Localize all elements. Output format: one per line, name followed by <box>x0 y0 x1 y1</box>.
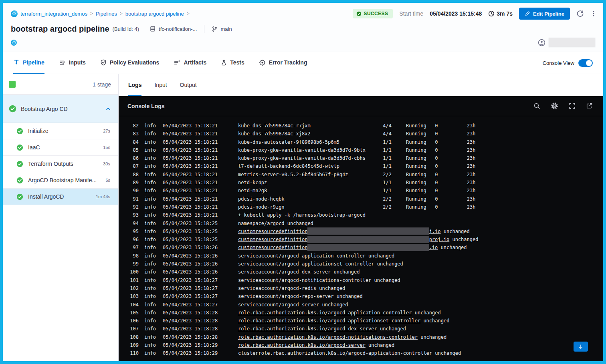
check-circle-icon <box>9 105 16 113</box>
log-fullscreen-button[interactable] <box>569 103 576 109</box>
log-timestamp: 05/04/2023 15:18:25 <box>163 227 238 235</box>
breadcrumb-link[interactable]: terraform_integration_demos <box>20 11 87 17</box>
tab-tests[interactable]: Tests <box>221 52 244 74</box>
log-resource-link[interactable]: role.rbac.authorization.k8s.io/argocd-de… <box>238 326 377 332</box>
log-line-number: 82 <box>128 122 139 130</box>
log-text: serviceaccount/argocd-repo-server unchan… <box>238 294 363 299</box>
log-line-number: 100 <box>128 268 139 276</box>
log-resource-link[interactable]: role.rbac.authorization.k8s.io/argocd-se… <box>238 342 366 348</box>
tab-error-tracking[interactable]: Error Tracking <box>259 52 307 74</box>
log-line-number: 91 <box>128 195 139 203</box>
collapse-stage-control[interactable] <box>105 106 111 112</box>
user-zone <box>538 38 595 47</box>
tab-label: Artifacts <box>184 59 206 66</box>
console-log-lines: 82info05/04/2023 15:18:21kube-dns-7d5998… <box>119 116 603 356</box>
log-message: role.rbac.authorization.k8s.io/argocd-ap… <box>238 317 449 325</box>
kebab-menu-icon <box>590 10 597 17</box>
step-terraform-outputs[interactable]: Terraform Outputs30s <box>3 156 118 172</box>
log-timestamp: 05/04/2023 15:18:21 <box>163 146 238 154</box>
app-root: terraform_integration_demos>Pipelines>bo… <box>3 3 603 361</box>
step-install-argocd[interactable]: Install ArgoCD1m 44s <box>3 189 118 205</box>
step-name: Terraform Outputs <box>28 161 73 167</box>
refresh-button[interactable] <box>576 10 584 18</box>
log-message: role.rbac.authorization.k8s.io/argocd-no… <box>238 333 446 341</box>
pipeline-tabbar: PipelineInputsPolicy EvaluationsArtifact… <box>3 52 603 74</box>
branch-name: main <box>220 26 232 32</box>
log-timestamp: 05/04/2023 15:18:27 <box>163 284 238 292</box>
stage-count: 1 stage <box>93 81 111 88</box>
log-settings-button[interactable] <box>551 102 558 110</box>
inputs-icon <box>59 59 66 66</box>
log-line: 110info05/04/2023 15:18:29clusterrole.rb… <box>128 349 603 356</box>
log-level: info <box>144 227 158 235</box>
pod-status-text: metrics-server-v0.5.2-6bf845b67f-p8q4z 2… <box>238 172 475 177</box>
redacted-log-text <box>307 236 429 243</box>
log-level: info <box>144 195 158 203</box>
log-message: namespace/argocd unchanged <box>238 219 313 227</box>
log-tab-output[interactable]: Output <box>180 74 197 96</box>
log-resource-link[interactable]: role.rbac.authorization.k8s.io/argocd-no… <box>238 334 418 340</box>
log-line: 104info05/04/2023 15:18:27serviceaccount… <box>128 301 603 309</box>
log-line-number: 105 <box>128 309 139 317</box>
log-line: 107info05/04/2023 15:18:28role.rbac.auth… <box>128 325 603 333</box>
log-line: 100info05/04/2023 15:18:26serviceaccount… <box>128 268 603 276</box>
step-argocd-bootstrap-manife[interactable]: ArgoCD Bootstrap Manife...5s <box>3 172 118 189</box>
breadcrumb-link[interactable]: Pipelines <box>96 11 117 17</box>
log-timestamp: 05/04/2023 15:18:21 <box>163 195 238 203</box>
step-initialize[interactable]: Initialize27s <box>3 123 118 139</box>
build-id: (Build Id: 4) <box>113 26 139 32</box>
log-level: info <box>144 179 158 187</box>
log-tab-input[interactable]: Input <box>154 74 167 96</box>
log-resource-link[interactable]: j.io <box>429 229 441 234</box>
log-resource-link[interactable]: customresourcedefinition <box>238 229 307 234</box>
log-resource-link[interactable]: .io <box>429 245 438 250</box>
log-line-number: 86 <box>128 154 139 162</box>
log-timestamp: 05/04/2023 15:18:29 <box>163 341 238 349</box>
check-circle-icon <box>16 144 23 151</box>
pod-status-text: netd-kc4pz 1/1 Running 0 23h <box>238 180 475 185</box>
tab-artifacts[interactable]: Artifacts <box>174 52 206 74</box>
log-search-button[interactable] <box>533 103 540 109</box>
pod-status-text: kube-proxy-gke-vanilla-vanilla-da3d3d7d-… <box>238 155 475 161</box>
log-tabbar: LogsInputOutput <box>119 74 603 96</box>
branch-meta[interactable]: main <box>212 26 232 32</box>
redacted-user-info <box>549 38 595 47</box>
log-resource-link[interactable]: role.rbac.authorization.k8s.io/argocd-ap… <box>238 310 412 316</box>
log-text: clusterrole.rbac.authorization.k8s.io/ar… <box>238 350 461 356</box>
log-level: info <box>144 146 158 154</box>
log-line-number: 96 <box>128 235 139 243</box>
log-text: serviceaccount/argocd-redis unchanged <box>238 286 345 291</box>
log-line-number: 109 <box>128 341 139 349</box>
pod-status-text: kube-dns-autoscaler-9f89698b6-5p6m5 1/1 … <box>238 139 475 145</box>
breadcrumb-separator: > <box>187 11 190 16</box>
scroll-to-bottom-button[interactable] <box>574 342 588 352</box>
log-message: + kubectl apply -k /harness/bootstrap-ar… <box>238 211 366 219</box>
log-open-in-new-button[interactable] <box>586 103 593 109</box>
header-actions: SUCCESS Start time 05/04/2023 15:15:48 3… <box>353 8 597 20</box>
log-resource-link[interactable]: customresourcedefinition <box>238 245 307 250</box>
tab-pipeline[interactable]: Pipeline <box>13 52 44 74</box>
log-message: netd-mn2g8 1/1 Running 0 23h <box>238 187 475 195</box>
stage-row-bootstrap-argo-cd[interactable]: Bootstrap Argo CD <box>3 95 118 123</box>
log-tab-logs[interactable]: Logs <box>128 74 141 96</box>
breadcrumb-link[interactable]: bootstrap argocd pipeline <box>125 11 184 17</box>
more-options-button[interactable] <box>590 10 597 17</box>
log-message: serviceaccount/argocd-applicationset-con… <box>238 260 403 268</box>
console-view-toggle[interactable] <box>578 59 593 67</box>
log-line: 106info05/04/2023 15:18:28role.rbac.auth… <box>128 317 603 325</box>
pod-status-text: kube-proxy-gke-vanilla-vanilla-da3d3d7d-… <box>238 147 475 153</box>
breadcrumb-separator: > <box>120 11 123 16</box>
log-timestamp: 05/04/2023 15:18:27 <box>163 292 238 300</box>
log-line: 92info05/04/2023 15:18:21pdcsi-node-r9zg… <box>128 203 603 211</box>
repo-meta[interactable]: tfc-notification-... <box>149 26 197 32</box>
log-line-number: 88 <box>128 171 139 179</box>
pod-status-text: pdcsi-node-hcqbk 2/2 Running 0 23h <box>238 196 475 202</box>
log-resource-link[interactable]: customresourcedefinition <box>238 237 307 242</box>
edit-pipeline-button[interactable]: Edit Pipeline <box>519 8 570 20</box>
log-resource-link[interactable]: role.rbac.authorization.k8s.io/argocd-ap… <box>238 318 420 324</box>
log-text: namespace/argocd unchanged <box>238 221 313 226</box>
tab-policy-evaluations[interactable]: Policy Evaluations <box>100 52 160 74</box>
step-iaac[interactable]: IaaC15s <box>3 139 118 156</box>
tab-inputs[interactable]: Inputs <box>59 52 86 74</box>
log-resource-link[interactable]: proj.io <box>429 237 450 242</box>
